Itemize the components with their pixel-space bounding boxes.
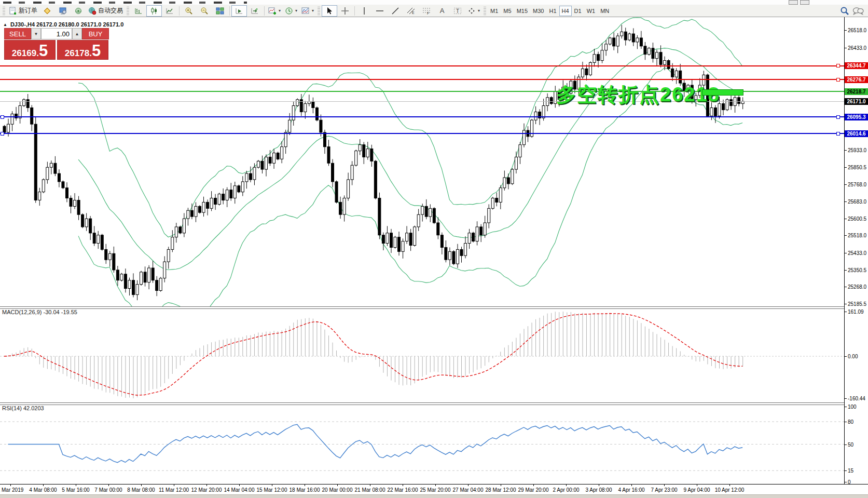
new-order-label: 新订单 <box>19 6 37 15</box>
time-tick <box>468 484 469 486</box>
horizontal-line-icon <box>376 7 384 15</box>
chat-icon[interactable] <box>852 6 864 16</box>
toolbar-grip[interactable] <box>3 7 5 15</box>
zoom-out-button[interactable] <box>197 5 212 17</box>
menu-bar-glyphs <box>3 2 247 4</box>
time-label[interactable]: 11 Mar 12:00 <box>159 487 189 493</box>
indicators-button[interactable]: ▾ <box>266 5 283 17</box>
time-tick <box>305 484 305 486</box>
time-label[interactable]: 8 Mar 08:00 <box>127 487 155 493</box>
strategy-tester-button[interactable] <box>71 5 86 17</box>
template-chart-icon <box>301 7 310 15</box>
vertical-line-tool[interactable] <box>356 5 372 17</box>
crosshair-button[interactable] <box>337 5 353 17</box>
templates-button[interactable]: ▾ <box>299 5 316 17</box>
zoom-in-icon <box>185 7 193 15</box>
tile-windows-icon <box>216 7 224 15</box>
timeframe-M15[interactable]: M15 <box>514 6 530 16</box>
time-label[interactable]: 28 Mar 12:00 <box>486 487 516 493</box>
time-label[interactable]: 29 Mar 20:00 <box>518 487 549 493</box>
time-label[interactable]: 20 Mar 00:00 <box>322 487 353 493</box>
candlestick-chart-button[interactable] <box>146 5 162 17</box>
time-tick <box>435 484 436 486</box>
time-tick <box>174 484 174 486</box>
market-watch-button[interactable] <box>39 5 55 17</box>
toolbar-grip[interactable] <box>318 7 320 15</box>
timeframe-M1[interactable]: M1 <box>488 6 501 16</box>
auto-scroll-button[interactable] <box>231 5 247 17</box>
toolbar-grip[interactable] <box>127 7 129 15</box>
time-label[interactable]: 1 Mar 2019 <box>0 487 23 493</box>
fibonacci-tool[interactable]: F <box>419 5 434 17</box>
chart-shift-button[interactable] <box>247 5 263 17</box>
text-label-tool[interactable]: T <box>450 5 465 17</box>
time-tick <box>76 484 76 486</box>
timeframe-H1[interactable]: H1 <box>546 6 559 16</box>
timeframe-H4[interactable]: H4 <box>559 6 572 16</box>
line-chart-button[interactable] <box>162 5 177 17</box>
text-tool[interactable]: A <box>434 5 450 17</box>
time-label[interactable]: 7 Mar 00:00 <box>94 487 122 493</box>
toolbar-separator <box>229 6 230 16</box>
channel-icon: E <box>407 7 415 15</box>
time-label[interactable]: 21 Mar 08:00 <box>355 487 385 493</box>
search-icon[interactable] <box>840 6 849 16</box>
chart-area[interactable]: ▲ DJ30-,H4 26172.0 26180.0 26171.0 26171… <box>0 17 868 498</box>
time-tick <box>533 484 534 486</box>
time-tick <box>43 484 44 486</box>
timeframe-M5[interactable]: M5 <box>501 6 514 16</box>
add-indicator-icon <box>268 7 277 15</box>
time-label[interactable]: 15 Mar 12:00 <box>257 487 287 493</box>
tile-windows-button[interactable] <box>212 5 228 17</box>
time-label[interactable]: 4 Mar 08:00 <box>29 487 57 493</box>
candlestick-chart-icon <box>150 7 158 15</box>
chart-shift-icon <box>251 7 259 15</box>
time-tick <box>403 484 403 486</box>
time-axis[interactable]: 1 Mar 20194 Mar 08:005 Mar 16:007 Mar 00… <box>0 17 868 498</box>
time-tick <box>206 484 207 486</box>
time-tick <box>10 484 11 486</box>
time-label[interactable]: 18 Mar 16:00 <box>290 487 320 493</box>
timeframe-W1[interactable]: W1 <box>584 6 598 16</box>
autotrading-globe-icon <box>88 7 97 15</box>
window-button-left[interactable] <box>789 0 798 5</box>
equidistant-channel-tool[interactable]: E <box>403 5 419 17</box>
cursor-button[interactable] <box>322 5 337 17</box>
time-tick <box>272 484 272 486</box>
arrows-tool[interactable]: ▾ <box>465 5 482 17</box>
time-label[interactable]: 5 Mar 16:00 <box>62 487 89 493</box>
time-label[interactable]: 3 Apr 08:00 <box>585 487 612 493</box>
time-label[interactable]: 4 Apr 16:00 <box>618 487 644 493</box>
window-button-right[interactable] <box>800 0 809 5</box>
time-label[interactable]: 7 Apr 23:00 <box>651 487 677 493</box>
channel-letter: E <box>412 11 415 15</box>
status-bar-edge <box>0 494 868 498</box>
trendline-tool[interactable] <box>388 5 403 17</box>
dropdown-arrow-icon: ▾ <box>279 8 281 13</box>
horizontal-line-tool[interactable] <box>372 5 388 17</box>
time-label[interactable]: 14 Mar 04:00 <box>224 487 255 493</box>
autotrading-label: 自动交易 <box>98 6 123 15</box>
periods-button[interactable]: ▾ <box>283 5 299 17</box>
timeframe-M30[interactable]: M30 <box>530 6 546 16</box>
toolbar-grip[interactable] <box>484 7 486 15</box>
fibonacci-icon: F <box>422 7 431 15</box>
crosshair-icon <box>341 7 349 15</box>
time-label[interactable]: 25 Mar 20:00 <box>420 487 451 493</box>
signal-sphere-icon <box>74 7 82 15</box>
time-label[interactable]: 22 Mar 16:00 <box>388 487 418 493</box>
time-label[interactable]: 27 Mar 04:00 <box>453 487 484 493</box>
bar-chart-button[interactable] <box>131 5 146 17</box>
timeframe-MN[interactable]: MN <box>598 6 612 16</box>
timeframe-D1[interactable]: D1 <box>572 6 584 16</box>
new-order-button[interactable]: 新订单 <box>7 5 39 17</box>
zoom-in-button[interactable] <box>181 5 197 17</box>
gold-diamond-icon <box>43 7 51 15</box>
terminal-button[interactable] <box>55 5 71 17</box>
time-label[interactable]: 10 Apr 12:00 <box>715 487 745 493</box>
time-label[interactable]: 12 Mar 20:00 <box>191 487 222 493</box>
autotrading-button[interactable]: 自动交易 <box>86 5 125 17</box>
time-label[interactable]: 2 Apr 00:00 <box>553 487 579 493</box>
time-label[interactable]: 9 Apr 04:00 <box>683 487 710 493</box>
cursor-arrow-icon <box>325 7 334 15</box>
